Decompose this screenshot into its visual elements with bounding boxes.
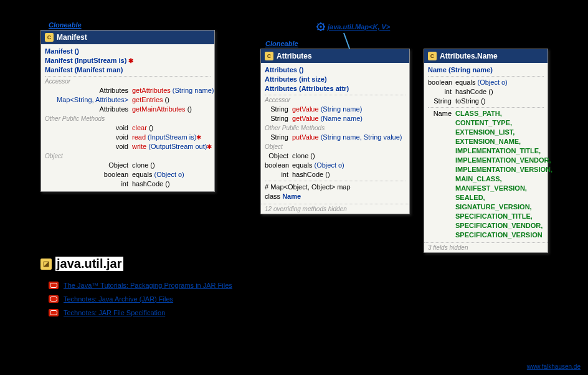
method-name: hashCode xyxy=(455,87,486,97)
method-params: (Object o) xyxy=(477,78,507,87)
return-type xyxy=(428,146,455,156)
constant-name: IMPLEMENTATION_VERSION, xyxy=(455,165,552,174)
class-icon: C xyxy=(428,52,437,60)
return-type: int xyxy=(428,87,455,97)
constructor: Attributes () xyxy=(265,65,303,75)
method-name: clone xyxy=(132,161,148,170)
oracle-icon xyxy=(49,309,59,316)
return-type xyxy=(428,137,455,146)
constant-row: CONTENT_TYPE, xyxy=(428,118,544,128)
method-name: write xyxy=(132,142,146,151)
return-type xyxy=(428,118,455,128)
inner-keyword: class xyxy=(265,192,280,201)
return-type: Map<String, Attributes> xyxy=(45,95,132,105)
link-text: The Java™ Tutorials: Packaging Programs … xyxy=(64,282,232,289)
method-name: equals xyxy=(455,78,475,87)
return-type: String xyxy=(428,97,455,106)
method-name: hashCode xyxy=(292,170,323,179)
constructor: Manifest () xyxy=(45,47,79,56)
class-attributes: C Attributes Attributes () Attributes (i… xyxy=(260,49,410,214)
method-name: getValue xyxy=(292,105,319,114)
class-title: Manifest xyxy=(57,33,87,42)
return-type: void xyxy=(45,142,132,151)
field-name: map xyxy=(337,183,350,192)
section-label: Other Public Methods xyxy=(265,125,405,131)
constructor: Name (String name) xyxy=(428,65,493,75)
method-params: (Object o) xyxy=(314,161,344,170)
method-name: toString xyxy=(455,97,479,106)
method-params: () xyxy=(310,151,315,161)
constant-row: EXTENSION_LIST, xyxy=(428,128,544,137)
class-header: C Attributes.Name xyxy=(424,49,548,63)
constant-name: CONTENT_TYPE, xyxy=(455,118,512,128)
constant-name: EXTENSION_NAME, xyxy=(455,137,521,146)
method-name: equals xyxy=(292,161,312,170)
method-name: clear xyxy=(132,123,147,133)
class-attributes-name: C Attributes.Name Name (String name) boo… xyxy=(424,49,548,253)
oracle-icon xyxy=(49,282,59,289)
constant-name: SEALED, xyxy=(455,193,485,202)
map-link-text: java.util.Map<K, V> xyxy=(328,23,390,31)
constant-name: EXTENSION_LIST, xyxy=(455,128,514,137)
class-title: Attributes xyxy=(277,52,312,60)
constant-name: SPECIFICATION_VERSION xyxy=(455,230,543,240)
return-type: boolean xyxy=(265,161,292,170)
constant-row: EXTENSION_NAME, xyxy=(428,137,544,146)
method-params: () xyxy=(149,123,153,133)
section-label: Object xyxy=(45,153,211,159)
method-name: getValue xyxy=(292,114,319,123)
section-label: Accessor xyxy=(265,97,405,103)
constant-row: SPECIFICATION_VENDOR, xyxy=(428,221,544,230)
map-interface-link[interactable]: java.util.Map<K, V> xyxy=(316,22,390,31)
return-type: Attributes xyxy=(45,86,132,95)
section-label: Accessor xyxy=(45,78,211,85)
constant-row: SEALED, xyxy=(428,193,544,202)
constant-row: SPECIFICATION_VERSION xyxy=(428,230,544,240)
return-type: Object xyxy=(45,161,132,170)
constant-name: IMPLEMENTATION_VENDOR, xyxy=(455,156,551,165)
method-params: () xyxy=(187,105,192,114)
svg-line-9 xyxy=(323,24,325,25)
link-row[interactable]: The Java™ Tutorials: Packaging Programs … xyxy=(49,282,232,289)
method-params: () xyxy=(481,97,485,106)
return-type xyxy=(428,212,455,221)
constant-row: IMPLEMENTATION_VENDOR, xyxy=(428,156,544,165)
return-type: void xyxy=(45,133,132,142)
constant-name: SPECIFICATION_VENDOR, xyxy=(455,221,543,230)
link-text: Technotes: JAR File Specification xyxy=(64,309,165,316)
return-type xyxy=(428,184,455,193)
link-row[interactable]: Technotes: JAR File Specification xyxy=(49,309,232,316)
constant-row: SIGNATURE_VERSION, xyxy=(428,202,544,212)
constants-block: NameCLASS_PATH,CONTENT_TYPE,EXTENSION_LI… xyxy=(428,109,544,240)
method-params: (String name, String value) xyxy=(321,133,402,142)
class-title: Attributes.Name xyxy=(440,52,498,60)
link-row[interactable]: Technotes: Java Archive (JAR) Files xyxy=(49,295,232,303)
constant-name: MAIN_CLASS, xyxy=(455,174,502,184)
constructor: Attributes (int size) xyxy=(265,75,327,84)
class-icon: C xyxy=(265,52,273,60)
constant-row: SPECIFICATION_TITLE, xyxy=(428,212,544,221)
method-params: (String name) xyxy=(173,86,214,95)
return-type: Object xyxy=(265,151,292,161)
method-name: read xyxy=(132,133,146,142)
package-name: java.util.jar xyxy=(55,257,123,271)
method-params: () xyxy=(150,161,154,170)
return-type xyxy=(428,156,455,165)
return-type xyxy=(428,128,455,137)
method-name: getAttributes xyxy=(132,86,171,95)
class-manifest: C Manifest Manifest () Manifest (InputSt… xyxy=(40,30,215,192)
footer-link[interactable]: www.falkhausen.de xyxy=(527,363,581,370)
method-params: () xyxy=(488,87,493,97)
return-type xyxy=(428,230,455,240)
return-type xyxy=(428,221,455,230)
field-type: # Map<Object, Object> xyxy=(265,183,335,192)
interface-label-cloneable: Cloneable xyxy=(265,40,298,47)
method-name: equals xyxy=(132,170,152,179)
class-icon: C xyxy=(45,33,54,42)
constructor: Manifest (InputStream is) ✱ xyxy=(45,56,133,65)
method-params: (Object o) xyxy=(154,170,184,179)
svg-line-7 xyxy=(323,29,325,31)
constructor: Attributes (Attributes attr) xyxy=(265,84,349,93)
constant-name: IMPLEMENTATION_TITLE, xyxy=(455,146,541,156)
method-params: (InputStream is) xyxy=(148,133,196,142)
